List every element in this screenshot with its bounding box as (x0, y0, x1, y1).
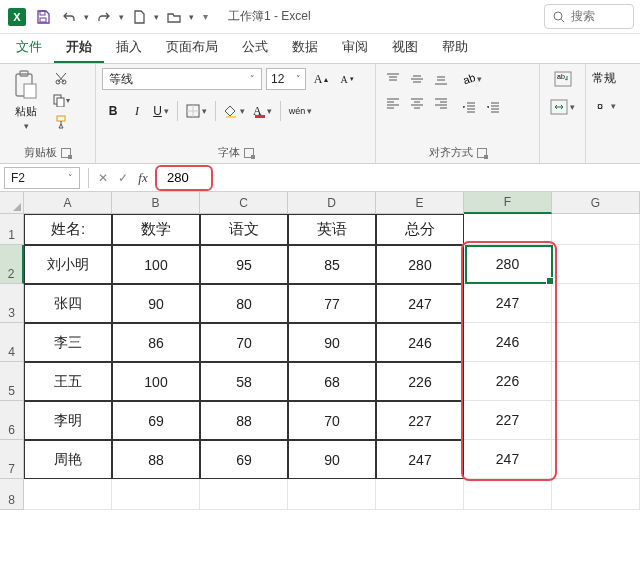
new-file-dropdown-icon[interactable]: ▾ (154, 12, 159, 22)
cell[interactable]: 247 (464, 284, 552, 323)
cell[interactable]: 247 (464, 440, 552, 479)
cell[interactable]: 李三 (24, 323, 112, 362)
align-center-button[interactable] (406, 92, 428, 114)
row-header-8[interactable]: 8 (0, 479, 24, 510)
tab-home[interactable]: 开始 (54, 32, 104, 63)
select-all-corner[interactable] (0, 192, 24, 214)
cell[interactable]: 77 (288, 284, 376, 323)
cell[interactable]: 88 (112, 440, 200, 479)
cell[interactable] (552, 323, 640, 362)
tab-help[interactable]: 帮助 (430, 32, 480, 63)
fill-color-button[interactable]: ▾ (221, 100, 248, 122)
align-bottom-button[interactable] (430, 68, 452, 90)
cell[interactable]: 247 (376, 440, 464, 479)
cell[interactable]: 语文 (200, 214, 288, 245)
open-dropdown-icon[interactable]: ▾ (189, 12, 194, 22)
save-icon[interactable] (32, 6, 54, 28)
redo-dropdown-icon[interactable]: ▾ (119, 12, 124, 22)
cell[interactable]: 姓名: (24, 214, 112, 245)
cell[interactable]: 86 (112, 323, 200, 362)
merge-button[interactable]: ▾ (547, 96, 578, 118)
cell[interactable] (376, 479, 464, 510)
font-color-button[interactable]: A▾ (250, 100, 275, 122)
cut-button[interactable] (50, 68, 72, 88)
row-header-3[interactable]: 3 (0, 284, 24, 323)
tab-view[interactable]: 视图 (380, 32, 430, 63)
align-left-button[interactable] (382, 92, 404, 114)
cell[interactable]: 总分 (376, 214, 464, 245)
cell[interactable] (552, 362, 640, 401)
align-middle-button[interactable] (406, 68, 428, 90)
cell[interactable]: 247 (376, 284, 464, 323)
cell[interactable]: 李明 (24, 401, 112, 440)
bold-button[interactable]: B (102, 100, 124, 122)
decrease-font-button[interactable]: A▾ (336, 68, 358, 90)
paste-button[interactable]: 粘贴 ▾ (6, 68, 46, 133)
phonetic-button[interactable]: wén▾ (286, 100, 316, 122)
col-header-G[interactable]: G (552, 192, 640, 214)
tab-layout[interactable]: 页面布局 (154, 32, 230, 63)
cell[interactable]: 90 (112, 284, 200, 323)
cell[interactable]: 226 (464, 362, 552, 401)
cell[interactable]: 70 (200, 323, 288, 362)
cell[interactable]: 85 (288, 245, 376, 284)
row-header-7[interactable]: 7 (0, 440, 24, 479)
cell[interactable]: 70 (288, 401, 376, 440)
italic-button[interactable]: I (126, 100, 148, 122)
col-header-C[interactable]: C (200, 192, 288, 214)
cell[interactable] (552, 440, 640, 479)
tab-insert[interactable]: 插入 (104, 32, 154, 63)
cell[interactable]: 226 (376, 362, 464, 401)
cell[interactable] (112, 479, 200, 510)
align-top-button[interactable] (382, 68, 404, 90)
cell[interactable]: 80 (200, 284, 288, 323)
font-name-select[interactable]: 等线˅ (102, 68, 262, 90)
cell[interactable]: 数学 (112, 214, 200, 245)
currency-button[interactable]: ¤▾ (592, 95, 619, 117)
row-header-2[interactable]: 2 (0, 245, 24, 284)
formula-input[interactable] (159, 167, 209, 189)
format-painter-button[interactable] (50, 112, 72, 132)
cell[interactable]: 英语 (288, 214, 376, 245)
tab-review[interactable]: 审阅 (330, 32, 380, 63)
cell[interactable] (552, 245, 640, 284)
undo-icon[interactable] (58, 6, 80, 28)
row-header-5[interactable]: 5 (0, 362, 24, 401)
cell[interactable]: 69 (112, 401, 200, 440)
cell[interactable]: 周艳 (24, 440, 112, 479)
row-header-1[interactable]: 1 (0, 214, 24, 245)
cell[interactable] (552, 479, 640, 510)
wrap-text-button[interactable]: ab (551, 68, 575, 90)
cell[interactable] (288, 479, 376, 510)
new-file-icon[interactable] (128, 6, 150, 28)
dialog-launcher-icon[interactable] (244, 148, 254, 158)
cell[interactable]: 王五 (24, 362, 112, 401)
open-folder-icon[interactable] (163, 6, 185, 28)
cell[interactable]: 张四 (24, 284, 112, 323)
decrease-indent-button[interactable] (458, 96, 480, 118)
cell[interactable]: 90 (288, 440, 376, 479)
orientation-button[interactable]: ab▾ (458, 68, 485, 90)
cell[interactable] (552, 284, 640, 323)
underline-button[interactable]: U▾ (150, 100, 172, 122)
increase-indent-button[interactable] (482, 96, 504, 118)
copy-button[interactable]: ▾ (50, 90, 72, 110)
cell[interactable] (464, 214, 552, 245)
col-header-A[interactable]: A (24, 192, 112, 214)
increase-font-button[interactable]: A▴ (310, 68, 332, 90)
name-box[interactable]: F2˅ (4, 167, 80, 189)
cell[interactable]: 246 (376, 323, 464, 362)
cell[interactable]: 280 (376, 245, 464, 284)
fx-button[interactable]: fx (133, 168, 153, 188)
cell[interactable] (24, 479, 112, 510)
search-box[interactable]: 搜索 (544, 4, 634, 29)
col-header-D[interactable]: D (288, 192, 376, 214)
col-header-B[interactable]: B (112, 192, 200, 214)
cell[interactable]: 246 (464, 323, 552, 362)
cell[interactable] (552, 401, 640, 440)
spreadsheet-grid[interactable]: ABCDEFG12345678姓名:数学语文英语总分刘小明10095852802… (0, 192, 640, 587)
col-header-E[interactable]: E (376, 192, 464, 214)
cell[interactable]: 90 (288, 323, 376, 362)
col-header-F[interactable]: F (464, 192, 552, 214)
undo-dropdown-icon[interactable]: ▾ (84, 12, 89, 22)
